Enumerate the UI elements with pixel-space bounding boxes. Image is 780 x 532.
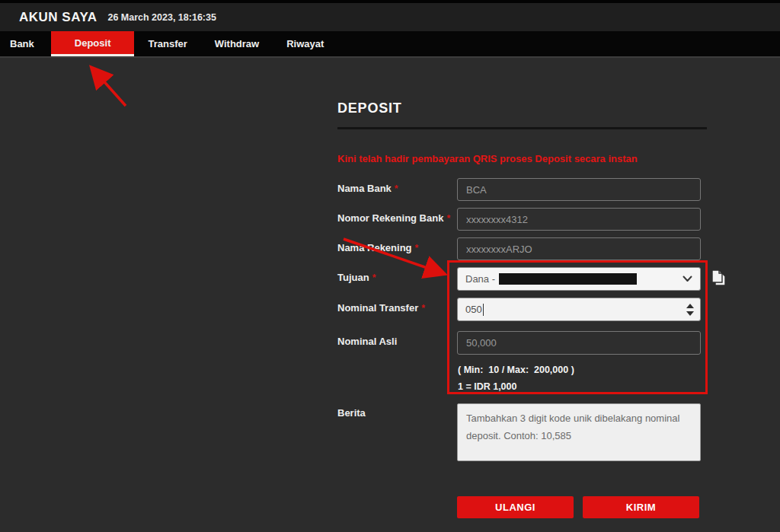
chevron-down-icon (682, 276, 692, 282)
tab-riwayat[interactable]: Riwayat (273, 31, 337, 56)
nama-bank-input[interactable] (457, 178, 701, 201)
rate-note: 1 = IDR 1,000 (458, 381, 516, 392)
nomor-rekening-bank-input[interactable] (457, 208, 701, 231)
tab-deposit[interactable]: Deposit (51, 31, 135, 56)
tujuan-selected-value: Dana - (465, 273, 495, 285)
page-title: AKUN SAYA (19, 10, 97, 25)
label-text: Nominal Asli (337, 336, 397, 347)
label-text: Nomor Rekening Bank (337, 212, 443, 224)
min-max-note: ( Min: 10 / Max: 200,000 ) (458, 365, 574, 375)
label-text: Nama Rekening (337, 242, 412, 253)
label-nominal-transfer: Nominal Transfer* (337, 302, 425, 314)
main-nav: Bank Deposit Transfer Withdraw Riwayat (0, 31, 780, 58)
required-asterisk: * (415, 243, 419, 253)
tab-bank[interactable]: Bank (0, 31, 51, 56)
label-text: Berita (337, 407, 366, 419)
kirim-button[interactable]: KIRIM (583, 496, 699, 518)
label-text: Tujuan (337, 272, 369, 283)
required-asterisk: * (395, 183, 398, 194)
label-nomor-rekening-bank: Nomor Rekening Bank* (337, 212, 450, 224)
nominal-asli-input[interactable] (457, 331, 701, 355)
text-cursor (483, 304, 484, 316)
spinner-down-icon[interactable] (686, 311, 694, 316)
number-spinner[interactable] (686, 304, 694, 316)
required-asterisk: * (372, 272, 376, 283)
deposit-page: AKUN SAYA 26 March 2023, 18:16:35 Bank D… (0, 0, 780, 532)
tujuan-select[interactable]: Dana - (457, 267, 701, 291)
required-asterisk: * (446, 213, 450, 224)
label-berita: Berita (337, 407, 366, 419)
tab-transfer[interactable]: Transfer (134, 31, 200, 56)
topbar: AKUN SAYA 26 March 2023, 18:16:35 (0, 0, 780, 31)
form-title: DEPOSIT (337, 100, 402, 116)
nominal-transfer-value: 050 (465, 304, 482, 315)
qris-notice: Kini telah hadir pembayaran QRIS proses … (337, 153, 638, 164)
label-nama-bank: Nama Bank* (337, 183, 398, 194)
spinner-up-icon[interactable] (686, 304, 694, 308)
redaction-bar (499, 273, 637, 285)
label-tujuan: Tujuan* (337, 272, 376, 283)
label-nominal-asli: Nominal Asli (337, 336, 397, 347)
tab-withdraw[interactable]: Withdraw (201, 31, 273, 56)
copy-icon[interactable] (709, 268, 727, 288)
arrow-to-deposit-tab (94, 71, 126, 106)
label-text: Nominal Transfer (337, 302, 418, 314)
label-nama-rekening: Nama Rekening* (337, 242, 418, 253)
nama-rekening-input[interactable] (457, 237, 701, 260)
datetime-label: 26 March 2023, 18:16:35 (107, 12, 216, 23)
title-divider (337, 127, 707, 129)
required-asterisk: * (421, 303, 425, 314)
label-text: Nama Bank (337, 183, 392, 194)
berita-textarea[interactable]: Tambahkan 3 digit kode unik dibelakang n… (457, 403, 701, 461)
ulangi-button[interactable]: ULANGI (457, 496, 574, 518)
nominal-transfer-input[interactable]: 050 (457, 298, 701, 321)
